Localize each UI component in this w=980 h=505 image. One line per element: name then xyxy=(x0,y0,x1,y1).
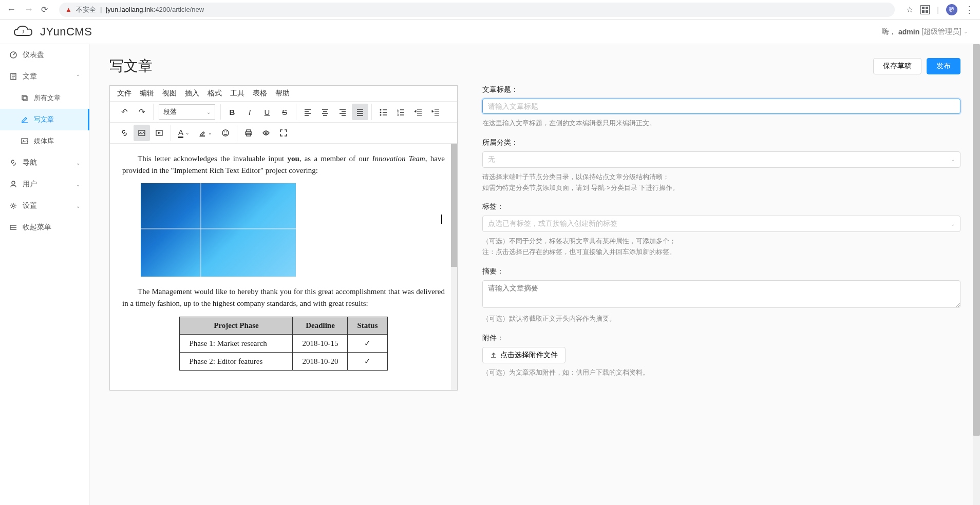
embedded-image[interactable] xyxy=(141,183,296,277)
svg-point-20 xyxy=(224,131,225,132)
main-content: 写文章 保存草稿 发布 文件 编辑 视图 插入 格式 工具 表格 xyxy=(90,44,980,505)
svg-rect-4 xyxy=(23,96,27,101)
align-right-icon[interactable] xyxy=(334,104,351,120)
user-icon xyxy=(9,180,17,188)
editor-menubar: 文件 编辑 视图 插入 格式 工具 表格 帮助 xyxy=(110,86,457,102)
dashboard-icon xyxy=(9,51,17,59)
svg-text:J: J xyxy=(22,29,24,34)
editor-toolbar-row1: ↶ ↷ 段落 ⌄ B I U S xyxy=(110,102,457,123)
svg-point-7 xyxy=(12,181,15,184)
security-status: 不安全 xyxy=(76,5,96,14)
sidebar-collapse[interactable]: 收起菜单 xyxy=(0,217,89,238)
link-icon xyxy=(9,159,17,167)
page-title: 写文章 xyxy=(109,56,153,76)
sidebar-item-dashboard[interactable]: 仪表盘 xyxy=(0,44,89,66)
svg-rect-5 xyxy=(22,139,28,144)
sidebar-item-article[interactable]: 文章 ⌃ xyxy=(0,66,89,87)
warning-icon: ▲ xyxy=(65,6,72,13)
undo-icon[interactable]: ↶ xyxy=(116,104,133,120)
sidebar-item-media[interactable]: 媒体库 xyxy=(0,130,89,152)
copy-icon xyxy=(21,94,29,102)
menu-edit[interactable]: 编辑 xyxy=(140,89,154,98)
link-icon[interactable] xyxy=(116,125,133,141)
chevron-down-icon: ⌄ xyxy=(951,157,955,162)
bold-icon[interactable]: B xyxy=(224,104,240,120)
svg-point-21 xyxy=(226,131,227,132)
menu-view[interactable]: 视图 xyxy=(162,89,177,98)
align-justify-icon[interactable] xyxy=(352,104,368,120)
category-label: 所属分类： xyxy=(482,138,960,147)
profile-avatar[interactable]: 骄 xyxy=(946,4,957,15)
embedded-table[interactable]: Project Phase Deadline Status Phase 1: M… xyxy=(179,317,387,371)
emoji-icon[interactable] xyxy=(217,125,234,141)
tags-select[interactable]: 点选已有标签，或直接输入创建新的标签 ⌄ xyxy=(482,216,960,232)
url-host: jyun.laoliang.ink:4200/article/new xyxy=(106,6,204,13)
block-format-select[interactable]: 段落 ⌄ xyxy=(159,104,215,120)
menu-tools[interactable]: 工具 xyxy=(230,89,244,98)
svg-point-19 xyxy=(222,130,229,136)
menu-help[interactable]: 帮助 xyxy=(275,89,290,98)
underline-icon[interactable]: U xyxy=(259,104,275,120)
edit-icon xyxy=(21,115,29,124)
chevron-down-icon: ⌄ xyxy=(76,203,80,209)
svg-rect-3 xyxy=(22,95,26,100)
preview-icon[interactable] xyxy=(258,125,274,141)
upload-icon xyxy=(490,352,497,359)
logo-text: JYunCMS xyxy=(40,25,92,38)
svg-point-8 xyxy=(12,205,14,207)
chevron-down-icon: ⌄ xyxy=(206,109,211,115)
fullscreen-icon[interactable] xyxy=(275,125,292,141)
chevron-up-icon: ⌃ xyxy=(76,74,80,80)
text-color-icon[interactable]: A⌄ xyxy=(174,125,194,141)
sidebar-item-write-article[interactable]: 写文章 xyxy=(0,109,89,130)
svg-point-9 xyxy=(380,109,382,111)
sidebar-item-user[interactable]: 用户 ⌄ xyxy=(0,173,89,195)
forward-button[interactable]: → xyxy=(24,4,34,15)
title-label: 文章标题： xyxy=(482,85,960,94)
image-icon[interactable] xyxy=(134,125,150,141)
indent-icon[interactable] xyxy=(427,104,444,120)
user-menu[interactable]: 嗨， admin [超级管理员] ⌄ xyxy=(882,27,968,36)
editor-scrollbar[interactable] xyxy=(451,144,457,390)
highlight-icon[interactable]: ⌄ xyxy=(195,125,216,141)
align-center-icon[interactable] xyxy=(317,104,333,120)
redo-icon[interactable]: ↷ xyxy=(134,104,150,120)
sidebar-item-all-articles[interactable]: 所有文章 xyxy=(0,87,89,109)
media-icon[interactable] xyxy=(151,125,167,141)
browser-menu-icon[interactable]: ⋮ xyxy=(965,4,974,15)
bookmark-icon[interactable]: ☆ xyxy=(906,5,913,14)
align-left-icon[interactable] xyxy=(299,104,316,120)
sidebar-item-nav[interactable]: 导航 ⌄ xyxy=(0,152,89,173)
chevron-down-icon: ⌄ xyxy=(76,160,80,166)
upload-button[interactable]: 点击选择附件文件 xyxy=(482,347,566,363)
logo[interactable]: J JYunCMS xyxy=(12,24,92,40)
address-bar[interactable]: ▲ 不安全 | jyun.laoliang.ink:4200/article/n… xyxy=(59,3,895,17)
sidebar-item-settings[interactable]: 设置 ⌄ xyxy=(0,195,89,217)
print-icon[interactable] xyxy=(240,125,257,141)
outdent-icon[interactable] xyxy=(410,104,426,120)
tags-label: 标签： xyxy=(482,202,960,211)
attachment-label: 附件： xyxy=(482,334,960,343)
summary-textarea[interactable] xyxy=(482,280,960,308)
back-button[interactable]: ← xyxy=(6,4,16,15)
bullet-list-icon[interactable] xyxy=(375,104,391,120)
editor-body[interactable]: This letter acknowledges the invaluable … xyxy=(110,144,457,390)
menu-table[interactable]: 表格 xyxy=(253,89,267,98)
menu-format[interactable]: 格式 xyxy=(208,89,222,98)
save-draft-button[interactable]: 保存草稿 xyxy=(873,58,921,74)
image-icon xyxy=(21,137,29,145)
title-input[interactable] xyxy=(482,99,960,114)
italic-icon[interactable]: I xyxy=(241,104,258,120)
cloud-icon: J xyxy=(12,24,35,40)
number-list-icon[interactable]: 123 xyxy=(392,104,409,120)
strikethrough-icon[interactable]: S xyxy=(276,104,293,120)
svg-point-11 xyxy=(380,114,382,116)
qr-icon[interactable] xyxy=(920,5,930,14)
main-scrollbar[interactable] xyxy=(973,44,980,505)
category-select[interactable]: 无 ⌄ xyxy=(482,151,960,168)
svg-text:3: 3 xyxy=(397,113,399,116)
publish-button[interactable]: 发布 xyxy=(927,58,960,74)
menu-file[interactable]: 文件 xyxy=(117,89,131,98)
menu-insert[interactable]: 插入 xyxy=(185,89,199,98)
reload-button[interactable]: ⟳ xyxy=(41,5,48,14)
